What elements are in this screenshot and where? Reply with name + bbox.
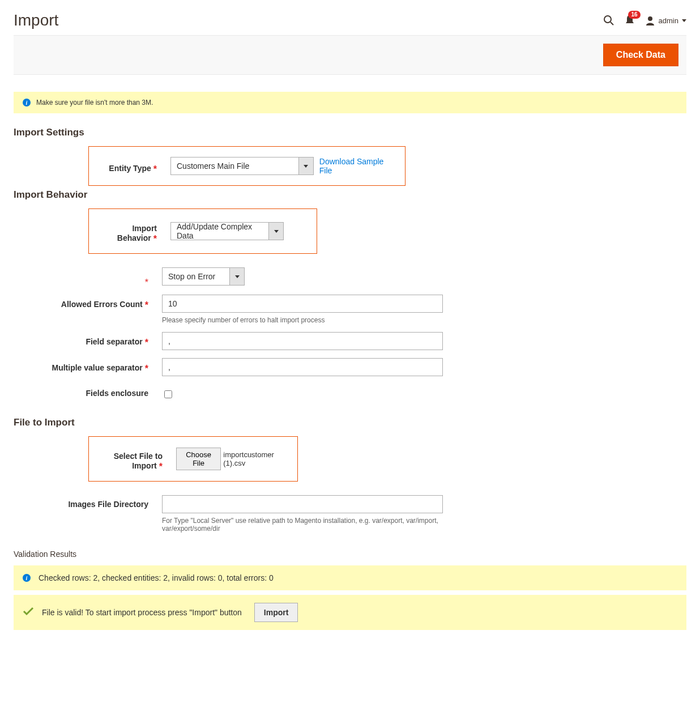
import-behavior-value: Add/Update Complex Data	[171, 223, 268, 240]
label-fields-enclosure: Fields enclosure	[86, 389, 148, 398]
entity-type-value: Customers Main File	[171, 157, 298, 174]
label-select-file: Select File to Import	[114, 452, 163, 470]
chevron-down-icon	[268, 223, 283, 240]
note-allowed-errors: Please specify number of errors to halt …	[162, 316, 443, 324]
account-menu[interactable]: admin	[645, 15, 686, 25]
required-star: *	[145, 300, 148, 310]
file-size-message: Make sure your file isn't more than 3M.	[36, 99, 153, 107]
label-entity-type: Entity Type	[109, 164, 151, 173]
action-bar: Check Data	[14, 35, 686, 75]
import-button[interactable]: Import	[254, 603, 298, 622]
chevron-down-icon	[229, 268, 244, 285]
choose-file-button[interactable]: Choose File	[176, 448, 221, 470]
multi-separator-input[interactable]	[162, 358, 443, 376]
images-dir-input[interactable]	[162, 495, 443, 513]
section-file-to-import: File to Import	[14, 417, 686, 428]
notification-count-badge: 16	[628, 11, 640, 19]
label-import-behavior: Import Behavior	[117, 224, 157, 242]
info-icon: i	[23, 574, 31, 582]
file-size-banner: i Make sure your file isn't more than 3M…	[14, 92, 686, 113]
svg-point-2	[648, 16, 652, 21]
required-star: *	[145, 364, 148, 373]
validation-summary-text: Checked rows: 2, checked entities: 2, in…	[39, 573, 274, 582]
download-sample-link[interactable]: Download Sample File	[319, 157, 397, 175]
page-title: Import	[14, 11, 58, 29]
required-star: *	[153, 164, 157, 174]
required-star: *	[159, 462, 163, 471]
account-username: admin	[659, 16, 678, 25]
label-multi-separator: Multiple value separator	[52, 363, 142, 372]
validation-valid-text: File is valid! To start import process p…	[42, 608, 242, 617]
required-star: *	[145, 278, 148, 287]
validation-strategy-select[interactable]: Stop on Error	[162, 267, 245, 286]
label-field-separator: Field separator	[86, 337, 142, 346]
info-icon: i	[23, 99, 31, 107]
fields-enclosure-checkbox[interactable]	[164, 390, 172, 398]
section-validation-results: Validation Results	[14, 550, 686, 559]
search-icon[interactable]	[603, 15, 614, 26]
user-icon	[645, 15, 655, 25]
note-images-dir: For Type "Local Server" use relative pat…	[162, 517, 443, 533]
entity-type-select[interactable]: Customers Main File	[170, 157, 314, 175]
required-star: *	[145, 338, 148, 347]
svg-line-1	[611, 22, 613, 25]
check-data-button[interactable]: Check Data	[603, 44, 678, 66]
import-behavior-select[interactable]: Add/Update Complex Data	[170, 222, 284, 240]
label-images-dir: Images File Directory	[68, 500, 148, 509]
chevron-down-icon	[682, 19, 686, 22]
notifications-icon[interactable]: 16	[625, 14, 635, 27]
section-import-behavior: Import Behavior	[14, 189, 686, 201]
allowed-errors-input[interactable]	[162, 295, 443, 313]
selected-file-name: importcustomer (1).csv	[223, 450, 289, 467]
required-star: *	[153, 234, 157, 244]
validation-strategy-value: Stop on Error	[163, 268, 229, 285]
field-separator-input[interactable]	[162, 332, 443, 350]
check-icon	[23, 607, 34, 619]
validation-success-box: File is valid! To start import process p…	[14, 595, 686, 630]
svg-point-0	[604, 16, 611, 23]
chevron-down-icon	[298, 157, 313, 174]
section-import-settings: Import Settings	[14, 127, 686, 138]
label-allowed-errors: Allowed Errors Count	[61, 300, 143, 309]
validation-summary-box: i Checked rows: 2, checked entities: 2, …	[14, 565, 686, 590]
